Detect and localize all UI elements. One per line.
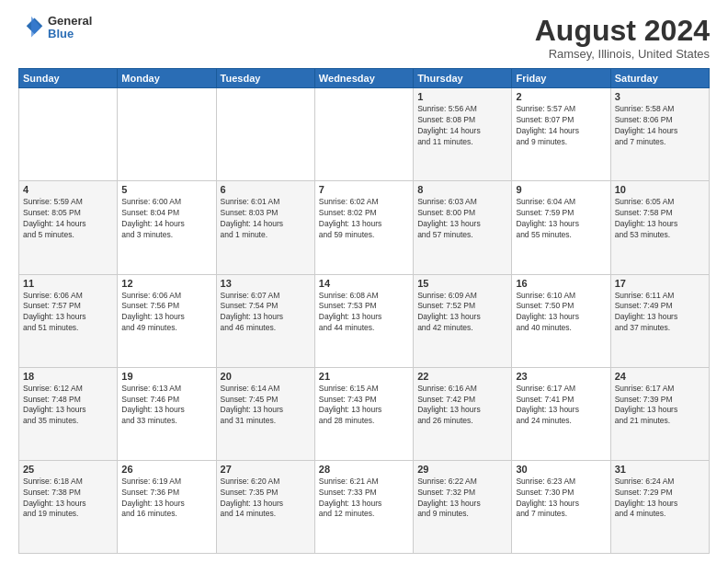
day-number: 8 bbox=[417, 184, 507, 195]
day-info: Sunrise: 6:03 AM Sunset: 8:00 PM Dayligh… bbox=[417, 197, 507, 241]
day-info: Sunrise: 5:57 AM Sunset: 8:07 PM Dayligh… bbox=[516, 104, 606, 148]
calendar-cell: 14Sunrise: 6:08 AM Sunset: 7:53 PM Dayli… bbox=[314, 274, 413, 367]
day-info: Sunrise: 6:12 AM Sunset: 7:48 PM Dayligh… bbox=[23, 384, 113, 428]
day-number: 10 bbox=[615, 184, 705, 195]
calendar-cell: 1Sunrise: 5:56 AM Sunset: 8:08 PM Daylig… bbox=[414, 88, 512, 181]
calendar-week-row: 25Sunrise: 6:18 AM Sunset: 7:38 PM Dayli… bbox=[19, 460, 710, 553]
calendar-cell: 24Sunrise: 6:17 AM Sunset: 7:39 PM Dayli… bbox=[610, 367, 709, 460]
day-info: Sunrise: 6:06 AM Sunset: 7:57 PM Dayligh… bbox=[23, 291, 113, 335]
calendar-cell: 23Sunrise: 6:17 AM Sunset: 7:41 PM Dayli… bbox=[512, 367, 610, 460]
day-info: Sunrise: 6:16 AM Sunset: 7:42 PM Dayligh… bbox=[417, 384, 507, 428]
day-info: Sunrise: 6:04 AM Sunset: 7:59 PM Dayligh… bbox=[516, 197, 606, 241]
day-number: 2 bbox=[516, 91, 606, 102]
calendar-cell: 31Sunrise: 6:24 AM Sunset: 7:29 PM Dayli… bbox=[610, 460, 709, 553]
day-header-sunday: Sunday bbox=[19, 69, 118, 88]
day-number: 26 bbox=[121, 464, 211, 475]
calendar-cell bbox=[19, 88, 118, 181]
day-header-friday: Friday bbox=[512, 69, 610, 88]
logo-blue: Blue bbox=[48, 28, 92, 40]
calendar-cell bbox=[216, 88, 314, 181]
day-info: Sunrise: 6:13 AM Sunset: 7:46 PM Dayligh… bbox=[121, 384, 211, 428]
page: General Blue August 2024 Ramsey, Illinoi… bbox=[0, 0, 728, 563]
day-number: 21 bbox=[319, 371, 409, 382]
day-number: 29 bbox=[417, 464, 507, 475]
day-info: Sunrise: 6:21 AM Sunset: 7:33 PM Dayligh… bbox=[319, 477, 409, 521]
day-number: 22 bbox=[417, 371, 507, 382]
day-info: Sunrise: 6:09 AM Sunset: 7:52 PM Dayligh… bbox=[417, 291, 507, 335]
day-info: Sunrise: 6:17 AM Sunset: 7:39 PM Dayligh… bbox=[615, 384, 705, 428]
calendar-cell: 16Sunrise: 6:10 AM Sunset: 7:50 PM Dayli… bbox=[512, 274, 610, 367]
day-header-thursday: Thursday bbox=[414, 69, 512, 88]
day-info: Sunrise: 6:22 AM Sunset: 7:32 PM Dayligh… bbox=[417, 477, 507, 521]
day-number: 12 bbox=[121, 278, 211, 289]
calendar-title: August 2024 bbox=[535, 15, 710, 47]
calendar-cell: 9Sunrise: 6:04 AM Sunset: 7:59 PM Daylig… bbox=[512, 181, 610, 274]
calendar-cell: 25Sunrise: 6:18 AM Sunset: 7:38 PM Dayli… bbox=[19, 460, 118, 553]
calendar-table: SundayMondayTuesdayWednesdayThursdayFrid… bbox=[18, 68, 710, 554]
day-number: 17 bbox=[615, 278, 705, 289]
day-number: 27 bbox=[221, 464, 311, 475]
day-info: Sunrise: 6:00 AM Sunset: 8:04 PM Dayligh… bbox=[121, 197, 211, 241]
day-header-tuesday: Tuesday bbox=[216, 69, 314, 88]
calendar-cell: 22Sunrise: 6:16 AM Sunset: 7:42 PM Dayli… bbox=[414, 367, 512, 460]
calendar-cell: 11Sunrise: 6:06 AM Sunset: 7:57 PM Dayli… bbox=[19, 274, 118, 367]
calendar-week-row: 4Sunrise: 5:59 AM Sunset: 8:05 PM Daylig… bbox=[19, 181, 710, 274]
calendar-cell: 28Sunrise: 6:21 AM Sunset: 7:33 PM Dayli… bbox=[314, 460, 413, 553]
calendar-cell: 8Sunrise: 6:03 AM Sunset: 8:00 PM Daylig… bbox=[414, 181, 512, 274]
day-number: 14 bbox=[319, 278, 409, 289]
day-info: Sunrise: 6:11 AM Sunset: 7:49 PM Dayligh… bbox=[615, 291, 705, 335]
calendar-cell: 6Sunrise: 6:01 AM Sunset: 8:03 PM Daylig… bbox=[216, 181, 314, 274]
day-info: Sunrise: 6:01 AM Sunset: 8:03 PM Dayligh… bbox=[221, 197, 311, 241]
logo-icon bbox=[18, 15, 44, 40]
day-number: 31 bbox=[615, 464, 705, 475]
calendar-cell: 18Sunrise: 6:12 AM Sunset: 7:48 PM Dayli… bbox=[19, 367, 118, 460]
logo: General Blue bbox=[18, 15, 92, 41]
calendar-cell: 3Sunrise: 5:58 AM Sunset: 8:06 PM Daylig… bbox=[610, 88, 709, 181]
day-info: Sunrise: 6:14 AM Sunset: 7:45 PM Dayligh… bbox=[221, 384, 311, 428]
day-number: 7 bbox=[319, 184, 409, 195]
calendar-cell: 2Sunrise: 5:57 AM Sunset: 8:07 PM Daylig… bbox=[512, 88, 610, 181]
day-info: Sunrise: 6:07 AM Sunset: 7:54 PM Dayligh… bbox=[221, 291, 311, 335]
day-info: Sunrise: 6:02 AM Sunset: 8:02 PM Dayligh… bbox=[319, 197, 409, 241]
day-number: 1 bbox=[417, 91, 507, 102]
day-info: Sunrise: 6:18 AM Sunset: 7:38 PM Dayligh… bbox=[23, 477, 113, 521]
day-number: 28 bbox=[319, 464, 409, 475]
calendar-cell bbox=[314, 88, 413, 181]
title-block: August 2024 Ramsey, Illinois, United Sta… bbox=[535, 15, 710, 61]
calendar-week-row: 18Sunrise: 6:12 AM Sunset: 7:48 PM Dayli… bbox=[19, 367, 710, 460]
calendar-cell: 17Sunrise: 6:11 AM Sunset: 7:49 PM Dayli… bbox=[610, 274, 709, 367]
calendar-week-row: 1Sunrise: 5:56 AM Sunset: 8:08 PM Daylig… bbox=[19, 88, 710, 181]
calendar-cell: 30Sunrise: 6:23 AM Sunset: 7:30 PM Dayli… bbox=[512, 460, 610, 553]
day-number: 4 bbox=[23, 184, 113, 195]
day-number: 20 bbox=[221, 371, 311, 382]
calendar-cell: 19Sunrise: 6:13 AM Sunset: 7:46 PM Dayli… bbox=[118, 367, 216, 460]
day-info: Sunrise: 5:56 AM Sunset: 8:08 PM Dayligh… bbox=[417, 104, 507, 148]
calendar-cell: 4Sunrise: 5:59 AM Sunset: 8:05 PM Daylig… bbox=[19, 181, 118, 274]
day-number: 3 bbox=[615, 91, 705, 102]
calendar-cell: 27Sunrise: 6:20 AM Sunset: 7:35 PM Dayli… bbox=[216, 460, 314, 553]
day-header-saturday: Saturday bbox=[610, 69, 709, 88]
calendar-cell: 13Sunrise: 6:07 AM Sunset: 7:54 PM Dayli… bbox=[216, 274, 314, 367]
day-number: 9 bbox=[516, 184, 606, 195]
day-number: 5 bbox=[121, 184, 211, 195]
day-number: 23 bbox=[516, 371, 606, 382]
day-info: Sunrise: 6:10 AM Sunset: 7:50 PM Dayligh… bbox=[516, 291, 606, 335]
day-info: Sunrise: 6:06 AM Sunset: 7:56 PM Dayligh… bbox=[121, 291, 211, 335]
calendar-cell bbox=[118, 88, 216, 181]
calendar-cell: 26Sunrise: 6:19 AM Sunset: 7:36 PM Dayli… bbox=[118, 460, 216, 553]
calendar-subtitle: Ramsey, Illinois, United States bbox=[535, 47, 710, 61]
calendar-cell: 12Sunrise: 6:06 AM Sunset: 7:56 PM Dayli… bbox=[118, 274, 216, 367]
day-info: Sunrise: 5:58 AM Sunset: 8:06 PM Dayligh… bbox=[615, 104, 705, 148]
day-number: 13 bbox=[221, 278, 311, 289]
day-info: Sunrise: 6:19 AM Sunset: 7:36 PM Dayligh… bbox=[121, 477, 211, 521]
day-info: Sunrise: 6:15 AM Sunset: 7:43 PM Dayligh… bbox=[319, 384, 409, 428]
day-info: Sunrise: 6:17 AM Sunset: 7:41 PM Dayligh… bbox=[516, 384, 606, 428]
day-header-wednesday: Wednesday bbox=[314, 69, 413, 88]
day-info: Sunrise: 6:08 AM Sunset: 7:53 PM Dayligh… bbox=[319, 291, 409, 335]
day-info: Sunrise: 6:23 AM Sunset: 7:30 PM Dayligh… bbox=[516, 477, 606, 521]
day-number: 24 bbox=[615, 371, 705, 382]
day-header-monday: Monday bbox=[118, 69, 216, 88]
day-number: 25 bbox=[23, 464, 113, 475]
calendar-cell: 21Sunrise: 6:15 AM Sunset: 7:43 PM Dayli… bbox=[314, 367, 413, 460]
day-number: 6 bbox=[221, 184, 311, 195]
